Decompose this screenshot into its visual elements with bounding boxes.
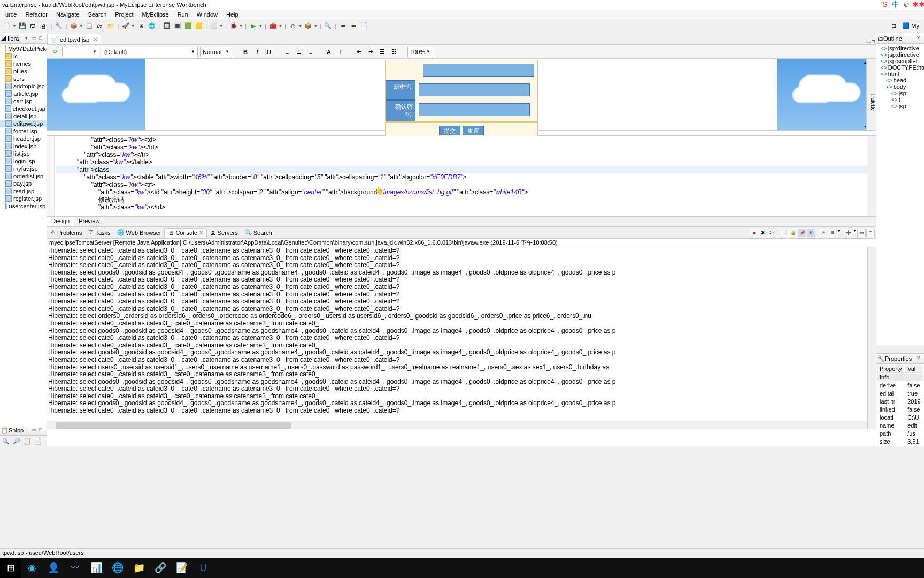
tool-button[interactable]: 🔧	[54, 21, 64, 31]
taskbar-app[interactable]: 📁	[128, 558, 150, 578]
tree-file[interactable]: login.jsp	[0, 157, 47, 165]
taskbar-app[interactable]: U	[192, 558, 214, 578]
outline-item[interactable]: <> jsp:directive	[876, 45, 924, 51]
debug-button[interactable]: 🐞	[229, 21, 238, 31]
zoom-combo[interactable]: 100%▼	[407, 47, 433, 57]
outline-item[interactable]: <> head	[876, 77, 924, 83]
ime-face-icon[interactable]: ☺	[902, 0, 911, 9]
tool-button[interactable]: 🟩	[183, 21, 193, 31]
pin-console-button[interactable]: 📌	[798, 229, 806, 237]
run-button[interactable]: ▶	[249, 21, 258, 31]
tree-file[interactable]: usercenter.jsp	[0, 202, 47, 210]
scroll-up-icon[interactable]: ▴	[864, 60, 866, 65]
vscrollbar[interactable]	[867, 136, 876, 216]
minimize-icon[interactable]: ▭	[866, 39, 871, 44]
bottom-tab-servers[interactable]: 🖧 Servers	[207, 228, 241, 238]
browser-button[interactable]: 🌐	[147, 21, 157, 31]
outline-item[interactable]: <> jsp:scriptlet	[876, 58, 924, 64]
open-console-button[interactable]: 🖥	[828, 229, 836, 237]
indent-button[interactable]: ⇥	[366, 47, 375, 57]
editor-tab-editpwd[interactable]: 📄 editpwd.jsp ✕	[47, 34, 101, 44]
vscrollbar[interactable]	[867, 247, 876, 429]
tree-folder[interactable]: hemes	[0, 60, 47, 67]
outline-item[interactable]: <> jsp:	[876, 90, 924, 96]
dropdown-icon[interactable]: ▼	[259, 24, 263, 28]
tree-file[interactable]: header.jsp	[0, 135, 47, 142]
tool-button[interactable]: 📋	[84, 21, 94, 31]
tree-file[interactable]: footer.jsp	[0, 127, 47, 135]
align-left-button[interactable]: ≡	[282, 47, 292, 57]
terminate-button[interactable]: ■	[750, 229, 758, 237]
view-menu-icon[interactable]: ▾	[25, 35, 32, 42]
tree-file[interactable]: addtopic.jsp	[0, 82, 47, 90]
clear-console-button[interactable]: 📄	[780, 229, 788, 237]
tool-button[interactable]: 📁	[106, 21, 116, 31]
taskbar-app[interactable]: 🔗	[150, 558, 171, 578]
bold-button[interactable]: B	[241, 47, 250, 57]
taskbar-app[interactable]: 🌐	[107, 558, 128, 578]
property-row[interactable]: linkedfalse	[877, 406, 923, 413]
tool-button[interactable]: ⬅	[338, 21, 348, 31]
tree-file[interactable]: pay.jsp	[0, 180, 47, 187]
outline-item[interactable]: <> DOCTYPE:html	[876, 64, 924, 71]
display-button[interactable]: ↗	[819, 229, 827, 237]
tree-file[interactable]: cart.jsp	[0, 97, 47, 105]
style-combo[interactable]: (Default)▼	[102, 47, 198, 57]
tree-file[interactable]: register.jsp	[0, 195, 47, 202]
dropdown-icon[interactable]: ▼	[239, 24, 243, 28]
properties-table[interactable]: PropertyVal Info derivefalseeditaltruela…	[876, 364, 924, 446]
tree-file[interactable]: index.jsp	[0, 142, 47, 150]
menu-item[interactable]: Window	[192, 11, 222, 18]
tree-file[interactable]: editpwd.jsp	[0, 120, 47, 127]
close-icon[interactable]: ✕	[917, 35, 923, 42]
palette-tab[interactable]: Palette	[866, 59, 876, 130]
ext-tools-button[interactable]: 🧰	[268, 21, 278, 31]
dropdown-icon[interactable]: ▼	[131, 24, 135, 28]
refresh-icon[interactable]: ⟳	[50, 47, 60, 57]
italic-button[interactable]: I	[252, 47, 262, 57]
outline-tree[interactable]: <> jsp:directive<> jsp:directive<> jsp:s…	[876, 44, 924, 345]
new-package-button[interactable]: 📦	[303, 21, 313, 31]
hscrollbar[interactable]	[47, 421, 867, 429]
underline-button[interactable]: U	[264, 47, 274, 57]
bottom-tab-problems[interactable]: ⚠ Problems	[47, 228, 85, 238]
source-pane[interactable]: "attr">class="kw"><td> "attr">class="kw"…	[47, 136, 876, 216]
taskbar-app[interactable]: 📝	[171, 558, 192, 578]
tool-button[interactable]: 🗂	[95, 21, 105, 31]
snip-tool[interactable]: 📄	[33, 436, 43, 446]
saveall-button[interactable]: 🖫	[28, 21, 38, 31]
dropdown-icon[interactable]: ▼	[279, 24, 283, 28]
open-perspective-button[interactable]: ⊞	[889, 21, 898, 31]
submit-button[interactable]: 提交	[439, 126, 460, 135]
design-tab[interactable]: Design	[47, 217, 74, 226]
deploy-button[interactable]: 🚀	[121, 21, 130, 31]
snip-tool[interactable]: 📋	[22, 436, 32, 446]
dropdown-icon[interactable]: ▼	[313, 24, 318, 28]
tree-folder[interactable]: My97DatePicker	[0, 45, 47, 52]
ime-icon[interactable]: S	[880, 0, 890, 9]
menu-item[interactable]: Run	[173, 11, 192, 18]
outline-item[interactable]: <> html	[876, 71, 924, 77]
property-row[interactable]: locatiC:\U	[877, 414, 923, 421]
selector-combo[interactable]: ▼	[62, 47, 99, 57]
collapse-icon[interactable]: ◢	[1, 36, 5, 41]
taskbar-app[interactable]: ◉	[21, 558, 43, 578]
new-server-button[interactable]: 📦	[69, 21, 79, 31]
close-icon[interactable]: ✕	[199, 230, 203, 235]
remove-all-button[interactable]: ⌫	[768, 229, 776, 237]
reset-button[interactable]: 重置	[463, 126, 484, 135]
confirmpwd-input[interactable]	[419, 103, 530, 116]
new-class-button[interactable]: ©	[288, 21, 297, 31]
tool-button[interactable]: 🔲	[162, 21, 172, 31]
ol-button[interactable]: ☷	[389, 47, 399, 57]
col-header[interactable]: Property	[877, 365, 904, 373]
property-row[interactable]: derivefalse	[877, 382, 923, 389]
property-row[interactable]: nameedit	[877, 422, 923, 429]
taskbar-app[interactable]: 〰	[64, 558, 86, 578]
bottom-tab-tasks[interactable]: ☑ Tasks	[85, 228, 113, 238]
maximize-icon[interactable]: □	[872, 39, 875, 44]
maximize-icon[interactable]: □	[866, 229, 875, 237]
bottom-tab-console[interactable]: 🖥 Console ✕	[164, 228, 206, 238]
tool-button[interactable]: 🔍	[323, 21, 333, 31]
outline-item[interactable]: <> body	[876, 83, 924, 90]
